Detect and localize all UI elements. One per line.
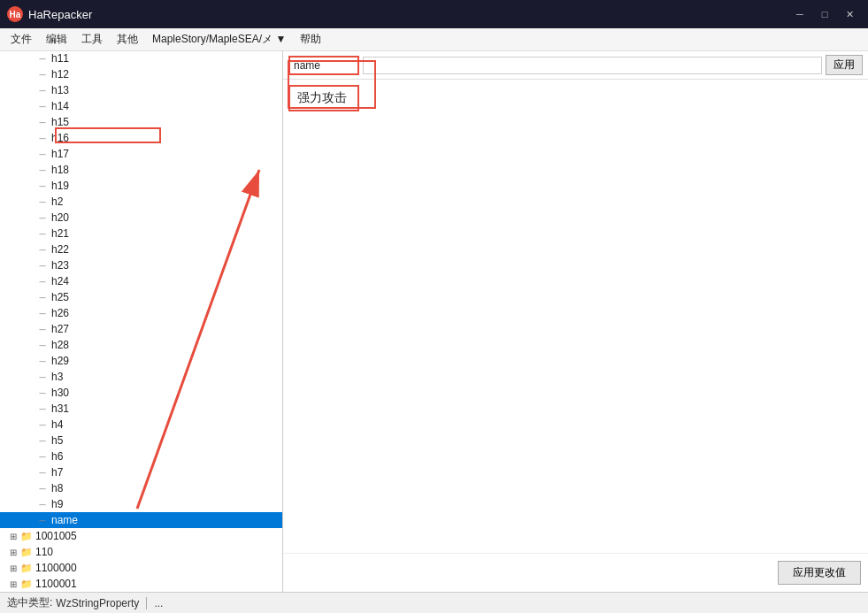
tree-item-nh24[interactable]: ─h24 [0, 273, 282, 289]
tree-item-nh4[interactable]: ─h4 [0, 417, 282, 433]
tree-scroll[interactable]: ⊞📁1000000⊞📁1000001⊞📁1000002⊞📁1001003⊟📁10… [0, 51, 282, 592]
tree-expander-icon[interactable]: ⊞ [7, 562, 19, 574]
menu-other[interactable]: 其他 [110, 30, 145, 49]
minimize-button[interactable]: ─ [788, 5, 811, 23]
right-content-area [283, 117, 868, 553]
tree-label: h14 [51, 100, 69, 112]
property-header: name 应用 [283, 51, 868, 80]
tree-label: h31 [51, 402, 69, 415]
tree-item-n1001005[interactable]: ⊞📁1001005 [0, 528, 282, 544]
tree-item-nh30[interactable]: ─h30 [0, 385, 282, 401]
file-icon: ─ [35, 99, 50, 113]
file-icon: ─ [35, 354, 50, 368]
file-icon: ─ [35, 226, 50, 241]
window-controls: ─ □ ✕ [788, 5, 861, 23]
menu-help[interactable]: 帮助 [293, 30, 328, 49]
file-icon: ─ [35, 83, 50, 97]
tree-label: h12 [51, 68, 69, 80]
tree-item-nh20[interactable]: ─h20 [0, 210, 282, 226]
tree-item-nh16[interactable]: ─h16 [0, 130, 282, 146]
tree-item-nname[interactable]: ─name [0, 512, 282, 528]
tree-expander-icon[interactable]: ⊞ [7, 578, 19, 590]
file-icon: ─ [35, 274, 50, 288]
file-icon: ─ [35, 195, 50, 209]
menu-file[interactable]: 文件 [4, 30, 39, 49]
tree-item-nh22[interactable]: ─h22 [0, 241, 282, 257]
tree-label: h11 [51, 52, 69, 65]
menu-tools[interactable]: 工具 [74, 30, 110, 49]
tree-item-nh13[interactable]: ─h13 [0, 82, 282, 98]
tree-item-nh17[interactable]: ─h17 [0, 146, 282, 162]
tree-label: h30 [51, 387, 69, 399]
tree-item-nh15[interactable]: ─h15 [0, 114, 282, 130]
menu-bar: 文件 编辑 工具 其他 MapleStory/MapleSEA/メ ▼ 帮助 [0, 28, 868, 51]
file-icon: ─ [35, 211, 50, 225]
tree-item-nh14[interactable]: ─h14 [0, 98, 282, 114]
tree-item-nh28[interactable]: ─h28 [0, 337, 282, 353]
file-icon: ─ [35, 386, 50, 400]
tree-item-nh26[interactable]: ─h26 [0, 305, 282, 321]
tree-item-nh12[interactable]: ─h12 [0, 66, 282, 82]
tree-label: h21 [51, 227, 69, 240]
tree-label: h26 [51, 307, 69, 319]
tree-item-nh6[interactable]: ─h6 [0, 448, 282, 464]
tree-item-nh21[interactable]: ─h21 [0, 226, 282, 241]
status-type-value: WzStringProperty [56, 597, 139, 609]
file-icon: ─ [35, 258, 50, 272]
tree-item-nh23[interactable]: ─h23 [0, 257, 282, 273]
file-icon: ─ [35, 179, 50, 193]
tree-item-nh25[interactable]: ─h25 [0, 289, 282, 305]
status-extra: ... [154, 597, 163, 609]
tree-label: h3 [51, 371, 63, 383]
tree-item-n110[interactable]: ⊞📁110 [0, 544, 282, 560]
file-icon: ─ [35, 338, 50, 352]
file-icon: ─ [35, 513, 50, 527]
tree-item-nh7[interactable]: ─h7 [0, 464, 282, 480]
tree-item-nh18[interactable]: ─h18 [0, 162, 282, 178]
tree-item-nh29[interactable]: ─h29 [0, 353, 282, 369]
tree-label: h16 [51, 132, 69, 144]
file-icon: ─ [35, 449, 50, 464]
tree-item-nh19[interactable]: ─h19 [0, 178, 282, 194]
menu-maplestory[interactable]: MapleStory/MapleSEA/メ ▼ [145, 30, 293, 49]
tree-label: h28 [51, 339, 69, 351]
tree-item-nh5[interactable]: ─h5 [0, 433, 282, 448]
close-button[interactable]: ✕ [838, 5, 861, 23]
file-icon: ─ [35, 163, 50, 177]
maximize-button[interactable]: □ [813, 5, 836, 23]
tree-item-nh8[interactable]: ─h8 [0, 480, 282, 496]
tree-label: 110 [35, 546, 53, 558]
tree-item-nh3[interactable]: ─h3 [0, 369, 282, 385]
property-value-area: 强力攻击 [283, 80, 868, 117]
apply-changes-button[interactable]: 应用更改值 [778, 561, 861, 585]
bottom-bar-right: 应用更改值 [283, 553, 868, 592]
file-icon: ─ [35, 242, 50, 257]
property-value-input[interactable] [363, 57, 822, 74]
tree-label: h5 [51, 434, 63, 447]
folder-icon: 📁 [19, 529, 34, 543]
tree-item-nh2[interactable]: ─h2 [0, 194, 282, 210]
tree-item-n1100001[interactable]: ⊞📁1100001 [0, 576, 282, 592]
tree-label: h23 [51, 259, 69, 272]
menu-edit[interactable]: 编辑 [39, 30, 74, 49]
tree-item-n1100000[interactable]: ⊞📁1100000 [0, 560, 282, 576]
right-panel: name 应用 强力攻击 应用更改值 [283, 51, 868, 592]
tree-label: h6 [51, 450, 63, 463]
tree-item-nh31[interactable]: ─h31 [0, 401, 282, 417]
tree-label: h17 [51, 148, 69, 160]
file-icon: ─ [35, 306, 50, 320]
tree-label: h27 [51, 323, 69, 335]
tree-item-nh27[interactable]: ─h27 [0, 321, 282, 337]
file-icon: ─ [35, 147, 50, 161]
tree-expander-icon[interactable]: ⊞ [7, 546, 19, 558]
tree-expander-icon[interactable]: ⊞ [7, 530, 19, 542]
apply-top-button[interactable]: 应用 [826, 55, 863, 75]
folder-icon: 📁 [19, 561, 34, 575]
file-icon: ─ [35, 433, 50, 448]
tree-item-nh11[interactable]: ─h11 [0, 51, 282, 66]
tree-label: h8 [51, 482, 63, 494]
tree-label: h9 [51, 498, 63, 510]
tree-label: h20 [51, 211, 69, 224]
file-icon: ─ [35, 67, 50, 81]
tree-item-nh9[interactable]: ─h9 [0, 496, 282, 512]
